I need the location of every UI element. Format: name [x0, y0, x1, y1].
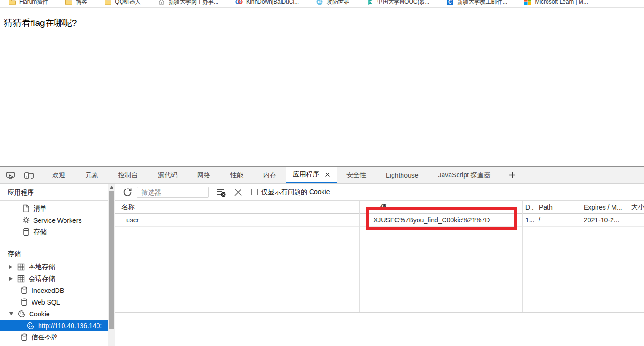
- cookie-name-cell[interactable]: user: [115, 214, 359, 227]
- bookmark-xju-affairs[interactable]: 新疆大学网上办事...: [158, 0, 218, 6]
- sidebar-item-label: 清单: [33, 204, 47, 213]
- tab-console[interactable]: 控制台: [108, 167, 148, 183]
- column-header-expires[interactable]: Expires / M...: [580, 201, 628, 214]
- sidebar-item-label: IndexedDB: [32, 287, 64, 294]
- storage-section-title: 存储: [0, 243, 108, 261]
- only-issues-label: 仅显示有问题的 Cookie: [261, 188, 330, 197]
- bookmark-coremail[interactable]: C 新疆大学教工邮件...: [446, 0, 507, 6]
- scrollbar-up-arrow[interactable]: [108, 184, 115, 190]
- coremail-icon: C: [446, 0, 454, 6]
- sidebar-item-label: Cookie: [29, 310, 50, 318]
- table-grid-icon: [17, 275, 25, 283]
- sidebar-item-cookie-origin[interactable]: http://110.40.136.140:: [0, 320, 108, 331]
- bookmark-label: 博客: [76, 0, 87, 6]
- close-tab-icon[interactable]: [325, 172, 330, 177]
- tab-memory[interactable]: 内存: [253, 167, 286, 183]
- column-header-name[interactable]: 名称: [115, 201, 359, 214]
- sidebar-item-manifest[interactable]: 清单: [0, 203, 108, 214]
- cookie-domain-cell[interactable]: 1...: [523, 214, 535, 227]
- bookmark-label: KinhDown[BaiDuCl...: [246, 0, 299, 5]
- sidebar-item-session-storage[interactable]: 会话存储: [0, 273, 108, 284]
- cookies-panel: 仅显示有问题的 Cookie 名称 user 值 XJUSEC%7Byou_fi…: [115, 184, 644, 346]
- tab-label: 欢迎: [52, 171, 65, 180]
- cookies-toolbar: 仅显示有问题的 Cookie: [115, 184, 644, 201]
- column-value[interactable]: 值 XJUSEC%7Byou_find_C00kie%21%7D: [360, 201, 523, 312]
- tab-label: 控制台: [118, 171, 138, 180]
- sidebar-item-indexeddb[interactable]: IndexedDB: [0, 284, 108, 296]
- tab-sources[interactable]: 源代码: [148, 167, 187, 183]
- chevron-right-icon[interactable]: [9, 277, 13, 281]
- column-header-domain[interactable]: D..: [523, 201, 535, 214]
- bookmark-label: QQ机器人: [115, 0, 141, 6]
- column-header-size[interactable]: 大小: [628, 201, 644, 214]
- sidebar-item-cookies[interactable]: Cookie: [0, 308, 108, 320]
- chevron-right-icon[interactable]: [9, 265, 13, 269]
- column-expires[interactable]: Expires / M... 2021-10-2...: [580, 201, 628, 312]
- only-issues-checkbox[interactable]: [251, 189, 258, 195]
- tab-label: 元素: [85, 171, 98, 180]
- column-name[interactable]: 名称 user: [115, 201, 360, 312]
- tab-application[interactable]: 应用程序: [286, 167, 337, 183]
- sidebar-item-web-sql[interactable]: Web SQL: [0, 296, 108, 308]
- folder-icon: [8, 0, 16, 6]
- bookmark-flarum[interactable]: Flarum插件: [8, 0, 48, 6]
- cookie-size-cell[interactable]: [628, 214, 644, 227]
- folder-icon: [104, 0, 112, 6]
- sidebar-item-service-workers[interactable]: Service Workers: [0, 214, 108, 226]
- column-size[interactable]: 大小: [628, 201, 644, 312]
- tab-welcome[interactable]: 欢迎: [42, 167, 75, 183]
- sidebar-item-storage[interactable]: 存储: [0, 226, 108, 238]
- tab-label: JavaScript 探查器: [438, 171, 491, 180]
- tab-elements[interactable]: 元素: [75, 167, 108, 183]
- tab-label: 源代码: [158, 171, 177, 180]
- column-header-path[interactable]: Path: [535, 201, 580, 214]
- cookie-icon: [26, 322, 35, 330]
- sidebar-item-label: 存储: [33, 228, 47, 236]
- sidebar-item-label: Service Workers: [33, 217, 81, 224]
- tab-js-profiler[interactable]: JavaScript 探查器: [428, 167, 500, 183]
- device-toolbar-icon[interactable]: [24, 171, 35, 180]
- tab-label: 网络: [197, 171, 210, 180]
- column-path[interactable]: Path /: [535, 201, 580, 312]
- sidebar-scrollbar[interactable]: [108, 184, 115, 346]
- database-icon: [20, 333, 28, 342]
- file-icon: [22, 204, 30, 213]
- sidebar-item-local-storage[interactable]: 本地存储: [0, 261, 108, 273]
- tab-performance[interactable]: 性能: [220, 167, 253, 183]
- bookmark-label: 中国大学MOOC(慕...: [377, 0, 429, 6]
- column-domain[interactable]: D.. 1...: [523, 201, 535, 312]
- filter-input[interactable]: [137, 187, 209, 198]
- cookie-expires-cell[interactable]: 2021-10-2...: [580, 214, 628, 227]
- clear-all-cookies-icon[interactable]: [216, 187, 227, 197]
- sidebar-item-label: http://110.40.136.140:: [38, 322, 102, 330]
- cookie-preview-pane: [115, 313, 644, 346]
- database-icon: [22, 228, 30, 236]
- scrollbar-thumb[interactable]: [109, 191, 114, 329]
- chevron-down-icon[interactable]: [9, 312, 13, 315]
- bookmark-ms-learn[interactable]: Microsoft Learn | M...: [524, 0, 588, 6]
- bookmark-label: Flarum插件: [19, 0, 48, 6]
- sidebar-item-label: 本地存储: [29, 263, 55, 271]
- bookmark-blog[interactable]: 博客: [65, 0, 87, 6]
- bookmark-kinhdown[interactable]: KinhDown[BaiDuCl...: [235, 0, 299, 6]
- sidebar-item-label: 信任令牌: [32, 333, 58, 342]
- inspect-element-icon[interactable]: [6, 171, 16, 180]
- bookmark-label: 新疆大学网上办事...: [169, 0, 218, 6]
- sidebar-item-trust-tokens[interactable]: 信任令牌: [0, 331, 108, 343]
- tab-lighthouse[interactable]: Lighthouse: [376, 167, 428, 183]
- tab-network[interactable]: 网络: [187, 167, 220, 183]
- more-tabs-button[interactable]: [500, 167, 524, 183]
- bookmark-qq-bot[interactable]: QQ机器人: [104, 0, 141, 6]
- database-icon: [20, 298, 28, 307]
- tab-security[interactable]: 安全性: [337, 167, 376, 183]
- cookie-path-cell[interactable]: /: [535, 214, 580, 227]
- bookmark-mooc[interactable]: 中国大学MOOC(慕...: [366, 0, 429, 6]
- table-grid-icon: [17, 263, 25, 271]
- bookmark-adworld[interactable]: 攻防世界: [316, 0, 349, 6]
- devtools-tabbar: 欢迎 元素 控制台 源代码 网络 性能 内存 应用程序 安全性 Lighthou…: [0, 167, 644, 184]
- delete-selected-icon[interactable]: [234, 188, 242, 197]
- cookie-value-cell[interactable]: XJUSEC%7Byou_find_C00kie%21%7D: [360, 214, 522, 227]
- sidebar-item-label: Web SQL: [32, 299, 60, 306]
- column-header-value[interactable]: 值: [360, 201, 522, 214]
- refresh-icon[interactable]: [122, 187, 133, 197]
